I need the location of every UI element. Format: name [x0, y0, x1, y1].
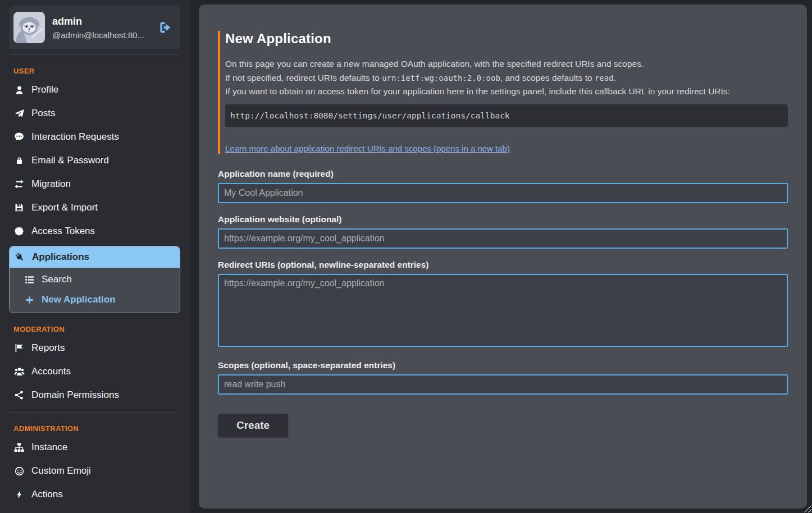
sidebar-item-applications[interactable]: Applications: [10, 246, 180, 268]
transfer-arrows-icon: [13, 179, 25, 189]
sidebar-item-label: Instance: [31, 442, 67, 453]
application-name-label: Application name (required): [218, 169, 788, 179]
application-name-field: Application name (required): [218, 169, 788, 203]
smiley-icon: [13, 466, 25, 476]
sidebar-item-actions[interactable]: Actions: [9, 483, 180, 506]
applications-group: Applications Search New Application: [9, 246, 180, 313]
application-name-input[interactable]: [218, 183, 788, 203]
page-title: New Application: [225, 31, 788, 47]
new-application-panel: New Application On this page you can cre…: [199, 4, 807, 509]
sidebar-item-access-tokens[interactable]: Access Tokens: [9, 219, 180, 243]
intro-line-1: On this page you can create a new manage…: [225, 57, 788, 71]
plus-icon: [24, 296, 35, 304]
user-handle: @admin@localhost:80...: [52, 30, 144, 40]
sidebar-item-label: Search: [42, 274, 72, 285]
sidebar-item-label: Reports: [31, 342, 65, 354]
sidebar-item-label: Applications: [32, 251, 89, 263]
inline-code-read: read: [595, 74, 614, 83]
intro-text: On this page you can create a new manage…: [225, 57, 788, 99]
logout-icon[interactable]: [158, 20, 172, 35]
list-icon: [24, 275, 35, 285]
section-header-user: USER: [13, 67, 180, 75]
share-nodes-icon: [13, 391, 25, 400]
sidebar-item-label: Domain Permissions: [31, 390, 119, 401]
sidebar-divider: [9, 412, 180, 413]
plug-icon: [14, 252, 25, 262]
application-website-input[interactable]: [218, 228, 788, 249]
create-button[interactable]: Create: [218, 414, 288, 437]
sidebar-item-label: Accounts: [31, 366, 71, 377]
sidebar-item-label: Interaction Requests: [31, 131, 119, 143]
sidebar-item-reports[interactable]: Reports: [9, 336, 180, 360]
flag-icon: [13, 343, 25, 352]
user-card: admin @admin@localhost:80...: [9, 6, 180, 49]
callback-url: http://localhost:8080/settings/user/appl…: [230, 111, 510, 120]
sidebar-item-export-import[interactable]: Export & Import: [9, 196, 180, 219]
redirect-uris-label: Redirect URIs (optional, newline-separat…: [218, 260, 788, 270]
inline-code-oob: urn:ietf:wg:oauth:2.0:oob: [382, 74, 500, 83]
intro-line-2: If not specified, redirect URIs defaults…: [225, 71, 788, 85]
sidebar-item-migration[interactable]: Migration: [9, 172, 180, 196]
sidebar: admin @admin@localhost:80... USER Profil…: [0, 0, 190, 513]
sidebar-item-label: Profile: [31, 84, 58, 95]
callback-url-codeblock: http://localhost:8080/settings/user/appl…: [225, 104, 788, 127]
avatar: [13, 12, 45, 43]
sidebar-item-profile[interactable]: Profile: [9, 78, 180, 102]
paper-plane-icon: [13, 109, 25, 118]
sidebar-item-label: New Application: [42, 294, 116, 305]
sidebar-item-label: Email & Password: [31, 155, 109, 166]
users-icon: [13, 367, 25, 377]
user-meta: admin @admin@localhost:80...: [52, 16, 144, 40]
floppy-disk-icon: [13, 203, 25, 212]
sidebar-item-label: Posts: [31, 108, 56, 119]
sidebar-item-search[interactable]: Search: [10, 269, 180, 290]
new-application-form: Application name (required) Application …: [218, 169, 788, 437]
comment-dots-icon: [13, 132, 25, 142]
sidebar-item-label: Migration: [31, 178, 71, 190]
sitemap-icon: [13, 442, 25, 452]
application-website-label: Application website (optional): [218, 214, 788, 225]
sidebar-item-custom-emoji[interactable]: Custom Emoji: [9, 459, 180, 483]
sidebar-divider: [9, 54, 180, 55]
seal-icon: [13, 227, 25, 236]
applications-subnav: Search New Application: [10, 268, 180, 313]
user-name: admin: [52, 16, 144, 28]
sidebar-item-label: Export & Import: [31, 202, 98, 213]
main-area: New Application On this page you can cre…: [190, 0, 812, 513]
sidebar-item-new-application[interactable]: New Application: [10, 290, 180, 310]
section-header-moderation: MODERATION: [13, 325, 180, 333]
scopes-label: Scopes (optional, space-separated entrie…: [218, 360, 788, 370]
bolt-icon: [13, 490, 25, 499]
sidebar-item-label: Access Tokens: [31, 226, 95, 237]
sidebar-item-label: Custom Emoji: [31, 465, 91, 477]
sidebar-item-interaction-requests[interactable]: Interaction Requests: [9, 125, 180, 149]
sidebar-item-label: Actions: [31, 489, 63, 500]
learn-more-link[interactable]: Learn more about application redirect UR…: [225, 144, 510, 153]
sidebar-item-instance[interactable]: Instance: [9, 436, 180, 459]
sidebar-item-accounts[interactable]: Accounts: [9, 360, 180, 383]
sidebar-item-email-password[interactable]: Email & Password: [9, 149, 180, 172]
sidebar-item-domain-permissions[interactable]: Domain Permissions: [9, 383, 180, 407]
section-header-administration: ADMINISTRATION: [13, 424, 180, 433]
page-intro-section: New Application On this page you can cre…: [218, 31, 788, 154]
application-website-field: Application website (optional): [218, 214, 788, 249]
redirect-uris-textarea[interactable]: [218, 274, 788, 347]
lock-icon: [13, 156, 25, 165]
scopes-field: Scopes (optional, space-separated entrie…: [218, 360, 788, 395]
redirect-uris-field: Redirect URIs (optional, newline-separat…: [218, 260, 788, 349]
intro-line-3: If you want to obtain an access token fo…: [225, 85, 788, 99]
user-icon: [13, 85, 25, 95]
sidebar-item-posts[interactable]: Posts: [9, 102, 180, 125]
scopes-input[interactable]: [218, 374, 788, 395]
